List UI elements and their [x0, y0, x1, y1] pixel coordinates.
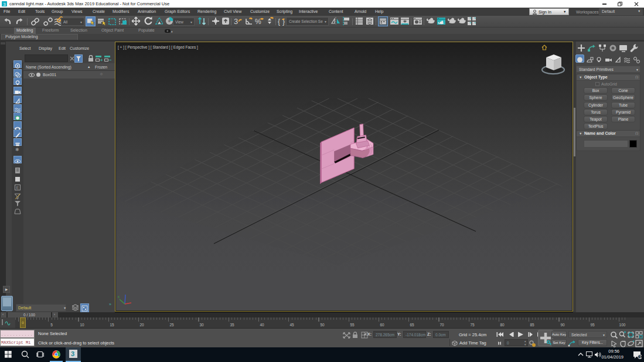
svg-text:K: K — [118, 295, 120, 299]
svg-text:3: 3 — [3, 2, 5, 7]
svg-text:▾: ▾ — [171, 30, 173, 33]
svg-text:{: { — [278, 18, 280, 26]
svg-text:1: 1 — [639, 355, 642, 359]
svg-text:E: E — [16, 186, 19, 190]
svg-text:3: 3 — [234, 17, 238, 26]
